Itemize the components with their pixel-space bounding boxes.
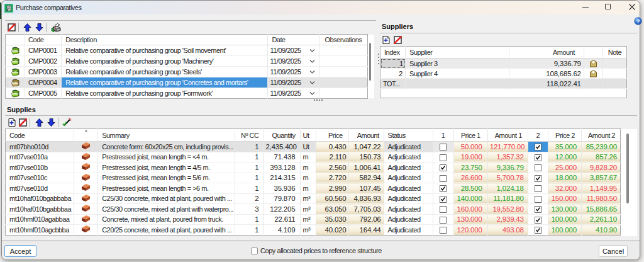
svg-text:?: ? [636, 18, 640, 25]
